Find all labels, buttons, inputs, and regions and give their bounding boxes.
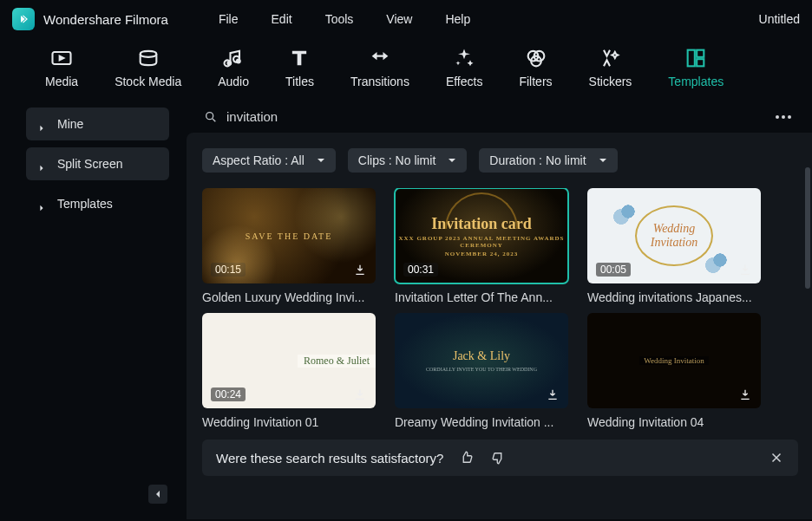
document-name: Untitled	[759, 12, 800, 26]
chevron-right-icon	[38, 120, 45, 127]
svg-rect-7	[697, 50, 704, 57]
search-icon	[204, 110, 218, 124]
scrollbar[interactable]	[805, 167, 810, 384]
svg-rect-6	[688, 50, 695, 67]
download-icon[interactable]	[351, 386, 369, 403]
template-thumbnail[interactable]: WeddingInvitation00:05	[587, 188, 761, 283]
menu-help[interactable]: Help	[445, 12, 470, 26]
menu-edit[interactable]: Edit	[272, 12, 292, 26]
template-card[interactable]: WeddingInvitation00:05 Wedding invitatio…	[587, 188, 761, 304]
template-thumbnail[interactable]: Romeo & Juliet00:24	[202, 313, 376, 408]
tab-transitions[interactable]: Transitions	[350, 47, 409, 88]
tab-titles[interactable]: Titles	[285, 47, 314, 88]
template-label: Wedding Invitation 01	[202, 415, 376, 429]
template-label: Wedding Invitation 04	[587, 415, 761, 429]
feedback-question: Were these search results satisfactory?	[216, 451, 443, 466]
download-icon[interactable]	[737, 386, 754, 403]
download-icon[interactable]	[737, 261, 754, 278]
duration-badge: 00:05	[596, 263, 631, 277]
title-bar: Wondershare Filmora File Edit Tools View…	[0, 0, 812, 38]
duration-badge: 00:24	[211, 387, 246, 401]
content-panel: Aspect Ratio : All Clips : No limit Dura…	[187, 133, 812, 519]
chevron-down-icon	[448, 156, 456, 165]
template-grid: SAVE THE DATE00:15 Golden Luxury Wedding…	[202, 188, 798, 429]
template-thumbnail[interactable]: Jack & LilyCORDIALLY INVITE YOU TO THEIR…	[395, 313, 568, 408]
tab-audio[interactable]: Audio	[218, 47, 249, 88]
template-thumbnail[interactable]: Wedding Invitation	[587, 313, 761, 408]
duration-badge: 00:31	[403, 263, 438, 277]
svg-rect-8	[697, 59, 704, 66]
sidebar-item-templates[interactable]: Templates	[26, 187, 169, 220]
template-card[interactable]: SAVE THE DATE00:15 Golden Luxury Wedding…	[202, 188, 376, 304]
filter-duration[interactable]: Duration : No limit	[479, 148, 617, 173]
template-label: Golden Luxury Wedding Invi...	[202, 290, 376, 304]
sidebar: Mine Split Screen Templates	[0, 101, 187, 519]
template-card[interactable]: Romeo & Juliet00:24 Wedding Invitation 0…	[202, 313, 376, 429]
template-label: Wedding invitations Japanes...	[587, 290, 761, 304]
feedback-bar: Were these search results satisfactory?	[202, 440, 798, 476]
thumbs-down-button[interactable]	[490, 450, 506, 466]
template-thumbnail[interactable]: Invitation cardXXX GROUP 2023 ANNUAL MEE…	[395, 188, 568, 283]
menu-view[interactable]: View	[386, 12, 412, 26]
template-card[interactable]: Jack & LilyCORDIALLY INVITE YOU TO THEIR…	[395, 313, 568, 429]
tab-stock-media[interactable]: Stock Media	[115, 47, 181, 88]
tab-effects[interactable]: Effects	[446, 47, 483, 88]
tab-media[interactable]: Media	[45, 47, 78, 88]
search-row	[187, 101, 812, 133]
template-label: Invitation Letter Of The Ann...	[395, 290, 568, 304]
chevron-down-icon	[317, 156, 325, 165]
search-input[interactable]	[226, 109, 767, 124]
duration-badge: 00:15	[211, 263, 246, 277]
sidebar-item-mine[interactable]: Mine	[26, 107, 169, 140]
svg-point-9	[206, 112, 213, 119]
template-card[interactable]: Invitation cardXXX GROUP 2023 ANNUAL MEE…	[395, 188, 568, 304]
chevron-right-icon	[38, 160, 45, 167]
app-logo	[12, 8, 35, 30]
thumbs-up-button[interactable]	[459, 450, 475, 466]
download-icon[interactable]	[351, 261, 369, 278]
download-icon[interactable]	[544, 386, 561, 403]
tab-filters[interactable]: Filters	[519, 47, 552, 88]
menu-bar: File Edit Tools View Help	[219, 12, 470, 26]
tab-stickers[interactable]: Stickers	[589, 47, 632, 88]
filter-aspect-ratio[interactable]: Aspect Ratio : All	[202, 148, 336, 173]
sidebar-item-split-screen[interactable]: Split Screen	[26, 147, 169, 180]
more-options-button[interactable]	[776, 115, 796, 119]
close-feedback-button[interactable]	[769, 450, 784, 466]
menu-tools[interactable]: Tools	[325, 12, 354, 26]
tab-templates[interactable]: Templates	[668, 47, 724, 88]
category-toolbar: Media Stock Media Audio Titles Transitio…	[0, 38, 812, 101]
menu-file[interactable]: File	[219, 12, 239, 26]
svg-point-2	[236, 59, 241, 64]
svg-point-1	[227, 61, 232, 66]
app-title: Wondershare Filmora	[43, 12, 168, 27]
chevron-down-icon	[599, 156, 607, 165]
chevron-right-icon	[38, 200, 45, 207]
template-label: Dreamy Wedding Invitation ...	[395, 415, 568, 429]
template-card[interactable]: Wedding Invitation Wedding Invitation 04	[587, 313, 761, 429]
collapse-sidebar-button[interactable]	[148, 485, 167, 504]
filter-clips[interactable]: Clips : No limit	[348, 148, 467, 173]
template-thumbnail[interactable]: SAVE THE DATE00:15	[202, 188, 376, 283]
